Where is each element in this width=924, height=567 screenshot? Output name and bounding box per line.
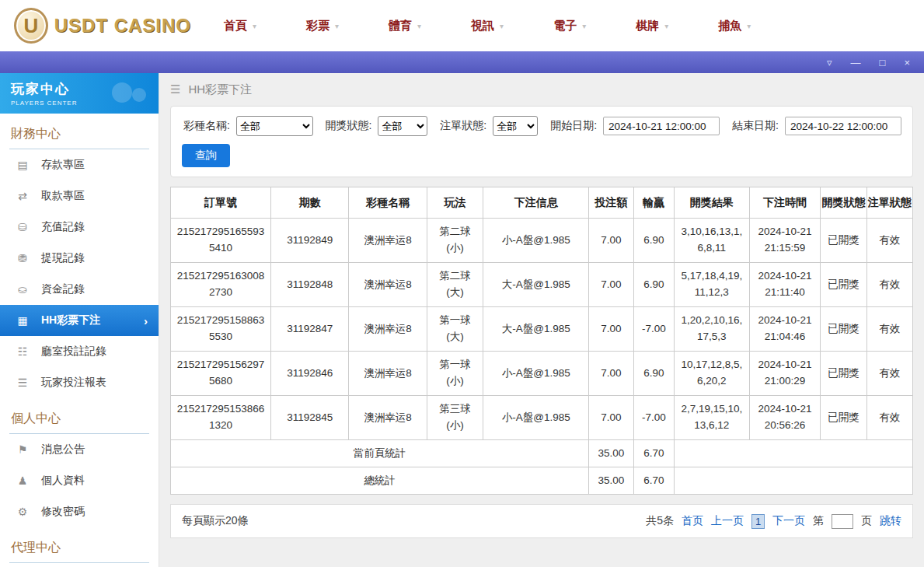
player-center-subtitle: PLAYERS CENTER <box>11 100 77 107</box>
end-date-input[interactable] <box>785 117 901 135</box>
cell-play: 第一球(小) <box>427 352 483 396</box>
window-maximize-icon[interactable]: □ <box>880 58 886 68</box>
order-status-select[interactable]: 全部 <box>493 116 538 136</box>
cell-order-no: 2152172951538661320 <box>171 396 271 440</box>
sidebar-item-recharge-record[interactable]: ⛁ 充值記錄 <box>0 212 159 243</box>
prev-page-link[interactable]: 上一页 <box>711 514 744 528</box>
page-summary-empty <box>675 440 913 467</box>
col-header-result: 開獎結果 <box>675 187 750 219</box>
col-header-bet-time: 下注時間 <box>749 187 821 219</box>
nav-item-sports[interactable]: 體育 ▾ <box>389 19 421 33</box>
cell-amount: 7.00 <box>589 307 633 352</box>
cell-draw-status: 已開獎 <box>821 263 866 307</box>
cell-bet-info: 小-A盤@1.985 <box>483 396 589 440</box>
col-header-play: 玩法 <box>427 187 483 219</box>
cell-order-no: 2152172951588635530 <box>171 307 271 352</box>
lottery-bet-icon: ▦ <box>16 314 30 327</box>
total-summary-amount: 35.00 <box>589 467 633 495</box>
cell-draw-status: 已開獎 <box>821 352 866 396</box>
chevron-down-icon: ▾ <box>747 22 751 30</box>
breadcrumb: ☰ HH彩票下注 <box>170 73 913 106</box>
cell-order-no: 2152172951562975680 <box>171 352 271 396</box>
table-row: 2152172951538661320 31192845 澳洲幸运8 第三球(小… <box>171 396 913 440</box>
cell-result: 3,10,16,13,1,6,8,11 <box>675 219 750 263</box>
sidebar-item-room-bet-record[interactable]: ☷ 廳室投註記錄 <box>0 336 159 367</box>
sidebar-item-profile[interactable]: ♟ 個人資料 <box>0 465 159 496</box>
next-page-link[interactable]: 下一页 <box>772 514 805 528</box>
lottery-name-select[interactable]: 全部 <box>236 116 313 136</box>
first-page-link[interactable]: 首页 <box>682 514 703 528</box>
cell-bet-time: 2024-10-21 21:00:29 <box>749 352 821 396</box>
sidebar-item-label: 充值記錄 <box>41 220 85 234</box>
cell-amount: 7.00 <box>589 219 633 263</box>
nav-item-home[interactable]: 首頁 ▾ <box>224 19 256 33</box>
nav-item-lottery[interactable]: 彩票 ▾ <box>306 19 339 33</box>
section-title-finance: 財務中心 <box>9 121 149 149</box>
cell-amount: 7.00 <box>589 352 633 396</box>
player-center-title: 玩家中心 <box>11 80 77 98</box>
total-summary-label: 總統計 <box>171 467 589 495</box>
sidebar-item-hh-lottery-bet[interactable]: ▦ HH彩票下注 › <box>0 305 159 336</box>
current-page-indicator[interactable]: 1 <box>751 514 765 529</box>
search-button[interactable]: 查詢 <box>182 144 230 167</box>
sidebar-item-announcements[interactable]: ⚑ 消息公告 <box>0 434 159 465</box>
sidebar-item-change-password[interactable]: ⚙ 修改密碼 <box>0 496 159 527</box>
logo[interactable]: U USDT CASINO <box>14 8 191 44</box>
col-header-order-status: 注單狀態 <box>866 187 912 219</box>
col-header-draw-status: 開獎狀態 <box>821 187 866 219</box>
window-minimize-icon[interactable]: — <box>851 58 861 68</box>
cell-draw-status: 已開獎 <box>821 307 866 352</box>
cell-period: 31192847 <box>271 307 349 352</box>
main-content: ☰ HH彩票下注 彩種名稱: 全部 開獎狀態: 全部 注單狀態: 全部 <box>159 73 924 567</box>
nav-item-chess[interactable]: 棋牌 ▾ <box>636 19 668 33</box>
cell-play: 第一球(大) <box>427 307 483 352</box>
announcement-icon: ⚑ <box>16 443 30 456</box>
room-bet-record-icon: ☷ <box>16 345 30 358</box>
chevron-down-icon: ▾ <box>582 22 586 30</box>
sidebar-item-withdrawal-record[interactable]: ⛃ 提現記錄 <box>0 243 159 274</box>
cell-order-status: 有效 <box>866 396 912 440</box>
filter-panel: 彩種名稱: 全部 開獎狀態: 全部 注單狀態: 全部 開始日期: 結束日期: <box>170 106 913 177</box>
cell-bet-time: 2024-10-21 21:15:59 <box>749 219 821 263</box>
cell-win-loss: 6.90 <box>633 219 675 263</box>
nav-item-video[interactable]: 視訊 ▾ <box>471 19 504 33</box>
hamburger-icon[interactable]: ☰ <box>170 82 180 96</box>
nav-item-electronic[interactable]: 電子 ▾ <box>553 19 586 33</box>
jump-prefix-label: 第 <box>813 514 824 528</box>
cell-bet-info: 大-A盤@1.985 <box>483 307 589 352</box>
draw-status-label: 開獎狀態: <box>326 119 372 133</box>
sidebar-item-label: 個人資料 <box>41 474 85 488</box>
logo-initial: U <box>23 14 38 38</box>
player-bet-report-icon: ☰ <box>16 376 30 389</box>
sidebar-section-personal: 個人中心 ⚑ 消息公告 ♟ 個人資料 ⚙ 修改密碼 <box>0 406 159 527</box>
sidebar-item-player-bet-report[interactable]: ☰ 玩家投注報表 <box>0 367 159 398</box>
cell-order-no: 2152172951655935410 <box>171 219 271 263</box>
cell-win-loss: -7.00 <box>633 396 675 440</box>
cell-bet-info: 大-A盤@1.985 <box>483 263 589 307</box>
sidebar-item-funds-record[interactable]: ⛀ 資金記錄 <box>0 274 159 305</box>
cell-order-status: 有效 <box>866 263 912 307</box>
sidebar-item-deposit-area[interactable]: ▤ 存款專區 <box>0 149 159 180</box>
sidebar-item-withdraw-area[interactable]: ⇄ 取款專區 <box>0 180 159 212</box>
page-summary-amount: 35.00 <box>589 440 633 467</box>
chevron-down-icon: ▾ <box>664 22 668 30</box>
nav-item-fishing[interactable]: 捕魚 ▾ <box>718 19 751 33</box>
cell-draw-status: 已開獎 <box>821 219 866 263</box>
cell-order-status: 有效 <box>866 307 912 352</box>
window-close-icon[interactable]: × <box>904 58 910 68</box>
cell-play: 第二球(大) <box>427 263 483 307</box>
page-jump-input[interactable] <box>832 514 853 529</box>
sidebar-item-label: 消息公告 <box>41 443 85 457</box>
col-header-period: 期數 <box>271 187 349 219</box>
start-date-input[interactable] <box>603 117 720 135</box>
cell-amount: 7.00 <box>589 396 633 440</box>
table-row: 2152172951562975680 31192846 澳洲幸运8 第一球(小… <box>171 352 913 396</box>
sidebar-section-finance: 財務中心 ▤ 存款專區 ⇄ 取款專區 ⛁ 充值記錄 ⛃ 提現記錄 <box>0 121 159 398</box>
cell-period: 31192845 <box>271 396 349 440</box>
filter-row: 彩種名稱: 全部 開獎狀態: 全部 注單狀態: 全部 開始日期: 結束日期: <box>182 116 901 136</box>
window-collapse-icon[interactable]: ▿ <box>827 58 832 68</box>
jump-button[interactable]: 跳转 <box>880 514 901 528</box>
draw-status-select[interactable]: 全部 <box>378 116 427 136</box>
table-row: 2152172951588635530 31192847 澳洲幸运8 第一球(大… <box>171 307 913 352</box>
cell-bet-time: 2024-10-21 21:04:46 <box>749 307 821 352</box>
